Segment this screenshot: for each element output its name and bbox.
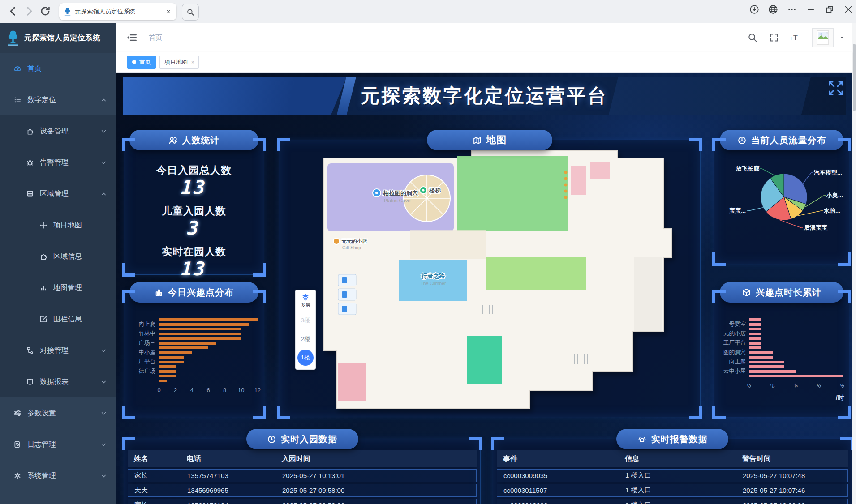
tag-active-dot: [132, 60, 136, 64]
panel-people-stats-header: 人数统计: [129, 130, 258, 150]
floor-2-button[interactable]: 2楼: [296, 330, 315, 349]
alarm-table: 事件信息警告时间cc00030090351 楼入口2025-05-27 10:0…: [497, 450, 848, 504]
page-scrollbar[interactable]: [852, 23, 856, 504]
panel-people-stats: 人数统计 今日入园总人数13儿童入园人数3实时在园人数13: [124, 140, 264, 275]
pie-label: 宝宝...: [729, 207, 746, 214]
table-row: 天天134569699652025-05-27 09:58:00: [128, 484, 477, 497]
floor-1-button-selected[interactable]: 1楼: [297, 350, 314, 366]
bar-row: 竹林中: [129, 332, 258, 337]
sidebar-item-partial[interactable]: [0, 491, 116, 504]
bar-row: [129, 379, 258, 384]
sidebar-item-label: 数字定位: [27, 95, 56, 105]
pie-label: 水的...: [823, 207, 840, 214]
map-icon: [473, 136, 482, 145]
sidebar-item-label: 告警管理: [40, 158, 69, 167]
header-search-icon[interactable]: [748, 33, 757, 43]
refresh-icon[interactable]: [39, 5, 51, 17]
svg-text:The Climber: The Climber: [420, 281, 446, 286]
sidebar-item-data-report[interactable]: 数据报表: [0, 366, 116, 397]
sidebar-item-alarm-management[interactable]: 告警管理: [0, 147, 116, 178]
stairs-marker[interactable]: 楼梯: [420, 187, 441, 194]
tag-label: 首页: [139, 58, 151, 66]
svg-text:t: t: [791, 36, 792, 41]
collapse-menu-icon[interactable]: [126, 32, 137, 43]
floor-plan-map[interactable]: 柏拉图的洞穴 Platos Cave 楼梯 元元的小店 Gift Shop 行者…: [279, 140, 700, 417]
panel-map-header: 地图: [427, 130, 552, 150]
sidebar: 元探索馆人员定位系统 首页数字定位设备管理告警管理区域管理项目地图区域信息地图管…: [0, 23, 116, 504]
panel-poi-distribution: 今日兴趣点分布 向上爬竹林中广场三中小屋厂平台德广场024681012: [124, 292, 264, 417]
panel-title: 实时报警数据: [651, 433, 708, 445]
svg-text:柏拉图的洞穴: 柏拉图的洞穴: [383, 190, 418, 196]
site-favicon-tree-icon: [64, 7, 71, 16]
tag-close-icon[interactable]: ×: [191, 60, 194, 65]
gear-icon: [13, 472, 22, 480]
browser-menu-icon[interactable]: [787, 4, 797, 14]
sidebar-item-area-management[interactable]: 区域管理: [0, 178, 116, 209]
puzzle-icon: [39, 252, 47, 261]
sidebar-item-project-map[interactable]: 项目地图: [0, 209, 116, 241]
pie-label: 小奥...: [826, 192, 843, 199]
globe-icon[interactable]: [768, 4, 778, 14]
sidebar-item-home[interactable]: 首页: [0, 53, 116, 84]
tab-close-icon[interactable]: [165, 8, 172, 15]
font-size-icon[interactable]: tT: [791, 33, 800, 43]
panel-duration-header: 兴趣点时长累计: [720, 282, 843, 303]
sidebar-item-fence-info[interactable]: 围栏信息: [0, 303, 116, 335]
flow-pie-chart: 汽车模型...小奥...水的...后浪宝宝宝宝...放飞长廊: [714, 152, 848, 262]
bar-row: 云中小屋: [720, 369, 843, 374]
restore-icon[interactable]: [825, 4, 834, 14]
bar-row: 母婴室: [720, 322, 843, 327]
sidebar-item-label: 设备管理: [40, 127, 69, 136]
stat-value: 3: [123, 218, 264, 239]
close-window-icon[interactable]: [843, 4, 853, 14]
sidebar-item-device-management[interactable]: 设备管理: [0, 115, 116, 147]
sidebar-item-label: 围栏信息: [53, 315, 82, 324]
sidebar-item-area-info[interactable]: 区域信息: [0, 241, 116, 272]
panel-map: 地图: [279, 140, 701, 417]
chevron-down-icon: [101, 348, 107, 354]
svg-text:T: T: [793, 34, 798, 42]
browser-tab[interactable]: 元探索馆人员定位系统: [59, 3, 176, 20]
dashboard-expand-icon[interactable]: [826, 79, 845, 98]
dashboard-title: 元探索数字化定位运营平台: [123, 77, 846, 115]
people-icon: [168, 136, 178, 145]
link-icon: [26, 346, 34, 355]
back-icon[interactable]: [7, 5, 19, 17]
bug-icon: [26, 158, 34, 167]
chevron-up-icon: [101, 97, 107, 103]
sidebar-item-label: 地图管理: [53, 283, 82, 293]
sidebar-item-label: 日志管理: [27, 440, 56, 449]
sidebar-item-system-management[interactable]: 系统管理: [0, 460, 116, 491]
sidebar-item-digital-positioning[interactable]: 数字定位: [0, 84, 116, 115]
svg-text:Gift Shop: Gift Shop: [342, 245, 361, 250]
floor-multi-layer-button[interactable]: 多层: [296, 290, 315, 311]
avatar[interactable]: [812, 28, 834, 47]
avatar-dropdown-caret-icon[interactable]: [839, 34, 845, 41]
dashboard-banner: 元探索数字化定位运营平台: [123, 77, 846, 115]
table-row: cc00030120261 楼入口2025-05-27 10:06:32: [497, 499, 848, 504]
breadcrumb[interactable]: 首页: [149, 34, 162, 42]
tag-home[interactable]: 首页: [127, 56, 156, 69]
sidebar-item-log-management[interactable]: 日志管理: [0, 429, 116, 460]
sidebar-title: 元探索馆人员定位系统: [24, 33, 100, 43]
log-icon: [13, 440, 22, 448]
pie-label: 放飞长廊: [736, 165, 760, 172]
downloads-icon[interactable]: [749, 4, 759, 14]
floor-3-button[interactable]: 3楼: [296, 311, 315, 330]
sidebar-item-parameter-settings[interactable]: 参数设置: [0, 397, 116, 429]
tag-project-map[interactable]: 项目地图×: [159, 56, 199, 69]
bar-row: 元的小店: [720, 332, 843, 337]
forward-icon[interactable]: [23, 5, 35, 17]
bar-row: 广场三: [129, 341, 258, 346]
fullscreen-icon[interactable]: [769, 33, 779, 43]
clock-icon: [267, 435, 276, 444]
bar-row: 厂平台: [129, 360, 258, 365]
sidebar-item-label: 系统管理: [27, 471, 56, 481]
minimize-icon[interactable]: [806, 4, 816, 14]
sidebar-item-integration-management[interactable]: 对接管理: [0, 335, 116, 366]
list-icon: [13, 96, 22, 104]
dashboard-icon: [13, 64, 22, 73]
sidebar-item-map-management[interactable]: 地图管理: [0, 272, 116, 303]
chevron-down-icon: [101, 410, 107, 416]
address-search-button[interactable]: [182, 4, 199, 21]
